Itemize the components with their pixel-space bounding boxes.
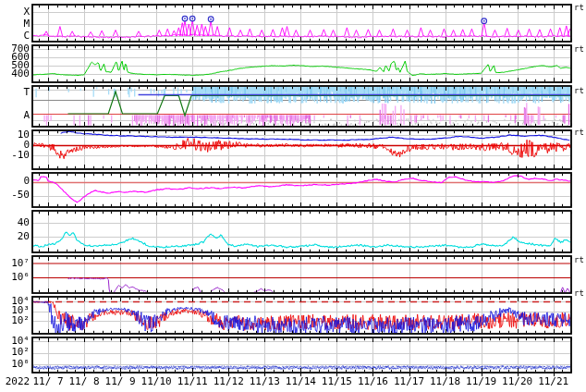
x-tick-label: 11/10 [138, 376, 175, 386]
solar-activity-chart: 2022 XMC700600500400TA100-100-50402010⁷1… [0, 0, 586, 392]
x-tick-label: 11/15 [318, 376, 355, 386]
y-tick-label: 10⁷ [0, 258, 30, 268]
x-tick-label: 11/21 [535, 376, 572, 386]
rt-label: rt [574, 129, 584, 137]
rt-label: rt [574, 45, 584, 54]
x-tick-label: 11/19 [463, 376, 500, 386]
y-tick-label: 10² [0, 347, 30, 357]
y-tick-label: T [0, 87, 30, 97]
y-tick-label: 400 [0, 68, 30, 79]
y-tick-label: C [0, 31, 30, 41]
y-tick-label: -10 [0, 150, 30, 160]
x-tick-label: 11/ 9 [102, 376, 139, 386]
x-tick-label: 11/18 [427, 376, 464, 386]
x-tick-label: 11/11 [174, 376, 211, 386]
x-tick-label: 11/16 [354, 376, 391, 386]
x-tick-label: 11/ 8 [66, 376, 103, 386]
rt-label: rt [574, 256, 584, 264]
x-tick-label: 11/12 [210, 376, 247, 386]
y-tick-label: 20 [0, 231, 30, 241]
rt-label: rt [574, 4, 584, 12]
y-tick-label: X [0, 6, 30, 17]
y-tick-label: -50 [0, 190, 30, 200]
x-tick-label: 11/13 [246, 376, 283, 386]
x-tick-label: 11/20 [499, 376, 536, 386]
x-tick-label: 11/17 [391, 376, 428, 386]
y-tick-label: M [0, 18, 30, 29]
x-tick-label: 11/ 7 [30, 376, 67, 386]
y-tick-label: A [0, 110, 30, 120]
y-tick-label: 10² [0, 315, 30, 325]
y-tick-label: 10⁰ [0, 359, 30, 369]
plot-canvas [0, 0, 586, 392]
y-tick-label: 0 [0, 176, 30, 186]
rt-label: rt [574, 289, 584, 298]
rt-label: rt [574, 87, 584, 95]
y-tick-label: 40 [0, 217, 30, 227]
y-tick-label: 10⁶ [0, 272, 30, 282]
x-tick-label: 11/14 [282, 376, 319, 386]
y-tick-label: 10⁴ [0, 336, 30, 346]
x-axis-year-label: 2022 [2, 376, 33, 386]
